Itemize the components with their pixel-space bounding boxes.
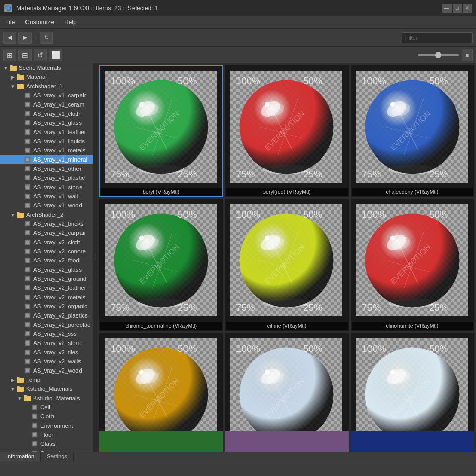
svg-rect-8 [26, 121, 29, 124]
view-btn-4[interactable]: ⬜ [49, 49, 62, 61]
material-thumb-chalcedony[interactable]: 100% 75% 50% 25% EVERMOTION chalcedony (… [351, 65, 474, 197]
svg-text:50%: 50% [303, 76, 322, 87]
sidebar-item-as-carpair[interactable]: AS_vray_v1_carpair [0, 91, 93, 100]
sidebar-item-as2-plastics[interactable]: AS_vray_v2_plastics [0, 311, 93, 320]
sidebar-item-as-liquids[interactable]: AS_vray_v1_liquids [0, 137, 93, 146]
material-icon [23, 91, 32, 99]
sidebar-item-as-metals[interactable]: AS_vray_v1_metals [0, 146, 93, 155]
sep1: › [35, 34, 37, 41]
sidebar-item-as-mineral[interactable]: AS_vray_v1_mineral [0, 155, 93, 164]
material-thumb-crystal[interactable]: 100% 75% 50% 25% EVERMOTION crystal (VRa… [225, 333, 348, 431]
close-button[interactable]: ✕ [463, 4, 472, 13]
sidebar-item-k-cloth[interactable]: Cloth [0, 412, 93, 421]
menu-file[interactable]: File [3, 18, 17, 27]
material-thumb-diamond[interactable]: 100% 75% 50% 25% EVERMOTION diamond (VRa… [351, 333, 474, 431]
tree-item-label: AS_vray_v2_concre [33, 248, 86, 254]
svg-text:50%: 50% [178, 343, 197, 354]
menu-customize[interactable]: Customize [23, 18, 56, 27]
refresh-button[interactable]: ↻ [40, 32, 53, 44]
material-thumb-beryl[interactable]: 100% 75% 50% 25% EVERMOTION beryl (VRayM… [99, 65, 223, 197]
svg-rect-70 [33, 442, 36, 445]
sidebar-item-as-cloth[interactable]: AS_vray_v1_cloth [0, 109, 93, 118]
sidebar-item-scene-materials[interactable]: ▼Scene Materials [0, 63, 93, 72]
sidebar-item-as2-carpair[interactable]: AS_vray_v2_carpair [0, 228, 93, 237]
sidebar-item-as-cerami[interactable]: AS_vray_v1_cerami [0, 100, 93, 109]
view-btn-1[interactable]: ⊞ [3, 49, 16, 61]
tree-item-label: Kstudio_Materials [33, 395, 80, 401]
sidebar-item-as2-concre[interactable]: AS_vray_v2_concre [0, 247, 93, 256]
sidebar-item-archshader-1[interactable]: ▼Archshader_1 [0, 82, 93, 91]
maximize-button[interactable]: □ [453, 4, 462, 13]
sidebar-item-k-glass[interactable]: Glass [0, 439, 93, 448]
sidebar-item-as2-walls[interactable]: AS_vray_v2_walls [0, 357, 93, 366]
sidebar-item-as2-food[interactable]: AS_vray_v2_food [0, 256, 93, 265]
sidebar-item-temp[interactable]: ▶Temp [0, 375, 93, 384]
material-icon [23, 302, 32, 310]
thumb-image: 100% 75% 50% 25% EVERMOTION [100, 334, 222, 431]
app-icon [4, 4, 12, 12]
svg-point-166 [265, 236, 269, 241]
sidebar-item-k-ground[interactable]: Ground [0, 448, 93, 452]
sidebar-item-as2-wood[interactable]: AS_vray_v2_wood [0, 366, 93, 375]
tree-item-label: AS_vray_v1_metals [33, 147, 85, 153]
svg-rect-20 [26, 176, 29, 179]
material-icon [23, 128, 32, 136]
sidebar-item-archshader-2[interactable]: ▼ArchShader_2 [0, 210, 93, 219]
sidebar-item-material[interactable]: ▶Material [0, 72, 93, 82]
sidebar-item-k-cell[interactable]: Cell [0, 403, 93, 412]
svg-rect-36 [26, 259, 29, 262]
partial-thumb-p3[interactable] [351, 431, 474, 452]
sidebar-item-k-environment[interactable]: Environment [0, 421, 93, 430]
menu-help[interactable]: Help [62, 18, 79, 27]
sidebar-item-as-other[interactable]: AS_vray_v1_other [0, 164, 93, 173]
svg-text:100%: 100% [111, 209, 135, 220]
view-btn-3[interactable]: ↺ [34, 49, 47, 61]
sidebar-item-as2-metals[interactable]: AS_vray_v2_metals [0, 293, 93, 302]
svg-point-185 [390, 236, 395, 241]
sidebar-item-as2-organic[interactable]: AS_vray_v2_organic [0, 302, 93, 311]
partial-thumb-p2[interactable] [225, 431, 348, 452]
material-thumb-clinohumite[interactable]: 100% 75% 50% 25% EVERMOTION clinohumite … [351, 199, 474, 330]
sidebar-item-as-wall[interactable]: AS_vray_v1_wall [0, 192, 93, 201]
material-icon [31, 440, 39, 448]
forward-button[interactable]: ▶ [18, 32, 32, 44]
options-button[interactable]: ≡ [462, 49, 473, 61]
sidebar-item-as2-glass[interactable]: AS_vray_v2_glass [0, 265, 93, 274]
size-slider[interactable] [418, 54, 459, 56]
tab-information[interactable]: Information [0, 452, 41, 462]
sidebar-item-k-floor[interactable]: Floor [0, 430, 93, 439]
material-thumb-citrine[interactable]: 100% 75% 50% 25% EVERMOTION citrine (VRa… [225, 199, 348, 330]
sidebar-item-as-leather[interactable]: AS_vray_v1_leather [0, 127, 93, 137]
sidebar-item-as2-bricks[interactable]: AS_vray_v2_bricks [0, 219, 93, 228]
sidebar-item-as-glass[interactable]: AS_vray_v1_glass [0, 118, 93, 127]
svg-point-242 [390, 369, 395, 374]
tree-item-label: Environment [40, 422, 73, 429]
sidebar-item-kstudio-materials[interactable]: ▼Kstudio_Materials [0, 384, 93, 393]
sidebar-item-as2-sss[interactable]: AS_vray_v2_sss [0, 329, 93, 338]
sidebar-item-as2-cloth[interactable]: AS_vray_v2_cloth [0, 237, 93, 247]
tab-settings[interactable]: Settings [41, 452, 74, 462]
sidebar-item-as2-stone[interactable]: AS_vray_v2_stone [0, 338, 93, 348]
sidebar-item-as2-porcelae[interactable]: AS_vray_v2_porcelae [0, 320, 93, 329]
material-thumb-chrome-tourmaline[interactable]: 100% 75% 50% 25% EVERMOTION chrome_tourm… [99, 199, 223, 330]
material-thumb-beryl-red[interactable]: 100% 75% 50% 25% EVERMOTION beryl(red) (… [225, 65, 348, 197]
partial-thumb-p1[interactable] [99, 431, 223, 452]
back-button[interactable]: ◀ [3, 32, 16, 44]
svg-point-90 [139, 102, 144, 107]
sidebar-item-as2-ground[interactable]: AS_vray_v2_ground [0, 274, 93, 283]
sidebar-item-as-stone[interactable]: AS_vray_v1_stone [0, 182, 93, 192]
filter-input[interactable] [402, 32, 473, 43]
minimize-button[interactable]: — [442, 4, 452, 13]
sidebar-item-kstudio-materials-sub[interactable]: ▼Kstudio_Materials [0, 393, 93, 403]
sidebar-item-as2-tiles[interactable]: AS_vray_v2_tiles [0, 348, 93, 357]
material-icon [31, 403, 39, 411]
svg-rect-60 [26, 369, 29, 372]
tree-item-label: AS_vray_v2_walls [33, 358, 81, 364]
sidebar-item-as2-leather[interactable]: AS_vray_v2_leather [0, 283, 93, 293]
svg-rect-71 [32, 451, 37, 452]
material-thumb-crysoberyl[interactable]: 100% 75% 50% 25% EVERMOTION crysoberyl (… [99, 333, 223, 431]
sidebar-item-as-wood[interactable]: AS_vray_v1_wood [0, 201, 93, 210]
svg-text:75%: 75% [111, 169, 129, 179]
view-btn-2[interactable]: ⊟ [18, 49, 32, 61]
sidebar-item-as-plastics[interactable]: AS_vray_v1_plastic [0, 173, 93, 182]
